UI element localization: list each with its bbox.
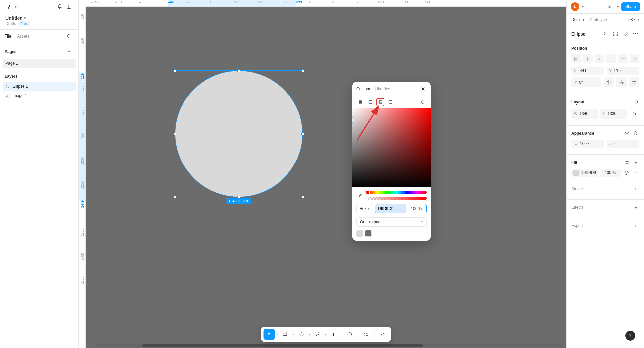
color-format-select[interactable]: Hex ▾ [356,204,372,213]
fill-color-chip[interactable]: D9D9D9 [571,169,598,177]
paint-image-icon[interactable] [376,98,384,106]
opacity-field[interactable]: 100% [571,140,604,148]
fill-opacity[interactable]: 100% [600,169,621,177]
color-scope-select[interactable]: On this page ▾ [356,217,427,227]
svg-point-13 [364,333,365,334]
toggle-sidebar-icon[interactable] [64,2,74,11]
flip-h-icon[interactable] [604,77,614,87]
search-icon[interactable] [64,31,74,41]
canvas[interactable]: 1340 × 1330 Custom Libraries ＋ [86,7,566,348]
add-stroke-icon[interactable]: ＋ [632,185,639,193]
help-button[interactable]: ? [625,331,635,341]
add-effect-icon[interactable]: ＋ [632,204,639,211]
share-button[interactable]: Share [621,2,640,11]
fill-styles-icon[interactable] [623,159,631,166]
fit-icon[interactable] [612,30,619,38]
comment-tool[interactable] [344,329,355,340]
horizontal-scrollbar[interactable] [96,344,563,347]
fill-visibility-icon[interactable] [623,169,630,177]
height-field[interactable]: H1330 [600,109,627,119]
move-tool[interactable]: ▾ [263,329,275,340]
flip-v-icon[interactable] [616,77,627,87]
frame-tool[interactable]: ▾ [279,329,291,340]
text-tool[interactable] [328,329,339,340]
x-field[interactable]: X-441 [571,67,604,75]
add-export-icon[interactable]: ＋ [632,222,639,229]
alpha-slider[interactable] [368,197,427,200]
align-hcenter-icon[interactable] [583,54,593,63]
svg-rect-5 [359,100,362,103]
add-page-icon[interactable]: ＋ [64,47,74,56]
blend-mode-icon[interactable] [419,98,427,106]
effects-header[interactable]: Effects [571,205,583,210]
align-left-icon[interactable] [571,54,581,63]
visibility-icon[interactable] [623,130,631,137]
pen-tool[interactable]: ▾ [312,329,323,340]
plan-badge[interactable]: Free [19,21,30,26]
layer-item[interactable]: Ellipse 1 [3,82,76,91]
sv-thumb[interactable] [352,118,355,122]
width-field[interactable]: W1340 [571,109,598,119]
present-icon[interactable] [605,2,614,11]
zoom-control[interactable]: 28% ▾ [628,17,639,22]
remove-fill-icon[interactable]: − [632,169,639,177]
tab-design[interactable]: Design [571,17,584,22]
paint-solid-icon[interactable] [356,98,364,106]
align-vcenter-icon[interactable] [618,54,628,63]
stroke-header[interactable]: Stroke [571,187,583,191]
more-transform-icon[interactable] [629,77,639,87]
align-top-icon[interactable] [606,54,616,63]
drafts-crumb[interactable]: Drafts [5,21,16,26]
eyedropper-icon[interactable] [356,191,364,199]
corner-radius-field[interactable]: ⌐0 [607,140,640,148]
paint-video-icon[interactable] [386,98,394,106]
y-field[interactable]: Y119 [607,67,640,75]
document-swatch[interactable] [356,230,363,237]
color-scope-label: On this page [360,220,383,224]
blend-icon[interactable] [632,130,639,137]
avatar[interactable]: L [571,2,579,11]
notifications-icon[interactable] [55,2,64,11]
svg-rect-3 [6,94,9,97]
hex-input[interactable] [375,204,406,213]
dev-mode-toggle[interactable] [377,329,388,340]
tab-file[interactable]: File [5,34,11,39]
autolayout-icon[interactable] [632,98,639,106]
rotation-field[interactable]: ⟲0° [571,77,601,87]
variant-icon[interactable] [622,30,629,38]
more-icon[interactable]: ••• [632,30,639,38]
chevron-down-icon[interactable]: ▾ [24,16,26,20]
chevron-down-icon[interactable]: ▾ [582,5,584,9]
tab-assets[interactable]: Assets [17,34,29,39]
svg-point-16 [366,335,367,336]
tab-prototype[interactable]: Prototype [590,17,607,22]
hue-slider[interactable] [368,191,427,194]
actions-tool[interactable] [360,329,371,340]
document-title[interactable]: Untitled [5,15,23,21]
svg-point-21 [626,163,627,164]
add-style-icon[interactable]: ＋ [407,85,415,93]
document-swatch[interactable] [365,230,372,237]
align-bottom-icon[interactable] [630,54,639,63]
chevron-down-icon[interactable]: ▾ [15,4,17,9]
color-picker-popover: Custom Libraries ＋ [352,82,431,241]
opacity-value[interactable]: 100 [411,206,417,211]
zoom-value: 28% [628,17,636,22]
tab-custom[interactable]: Custom [356,87,370,91]
add-fill-icon[interactable]: ＋ [632,159,639,166]
chevron-down-icon[interactable]: ▾ [617,5,619,9]
layer-item[interactable]: image 1 [3,91,76,100]
saturation-value-area[interactable] [352,108,431,187]
paint-gradient-icon[interactable] [366,98,374,106]
lock-ratio-icon[interactable] [629,109,639,119]
close-icon[interactable] [419,85,427,93]
shape-tool[interactable]: ▾ [296,329,307,340]
export-header[interactable]: Export [571,223,583,228]
page-item[interactable]: Page 1 [3,59,76,68]
selection-box[interactable]: 1340 × 1330 [175,70,303,197]
align-right-icon[interactable] [595,54,604,63]
tab-libraries[interactable]: Libraries [375,87,390,91]
component-icon[interactable] [602,30,609,38]
ellipse-shape[interactable] [175,71,303,197]
figma-menu[interactable] [5,2,14,11]
